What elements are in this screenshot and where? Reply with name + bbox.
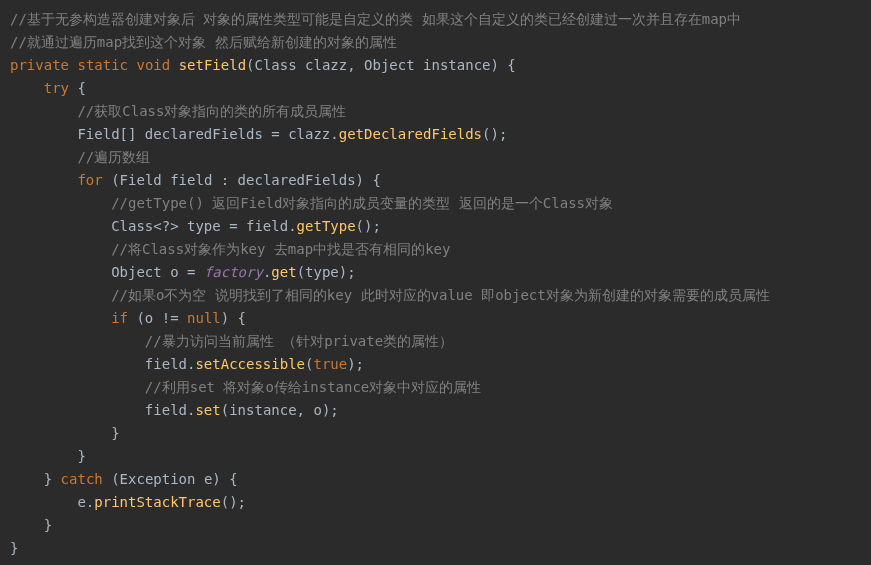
code-line: //获取Class对象指向的类的所有成员属性 — [10, 103, 346, 119]
code-line: try { — [10, 80, 86, 96]
code-line: Class<?> type = field.getType(); — [10, 218, 381, 234]
keyword-static: static — [77, 57, 128, 73]
code-line: //如果o不为空 说明找到了相同的key 此时对应的value 即object对… — [10, 287, 770, 303]
keyword-true: true — [313, 356, 347, 372]
keyword-null: null — [187, 310, 221, 326]
code-text: { — [69, 80, 86, 96]
code-text: (Field field : declaredFields) { — [103, 172, 381, 188]
code-line: //遍历数组 — [10, 149, 150, 165]
code-text: e. — [77, 494, 94, 510]
method-call: setAccessible — [195, 356, 305, 372]
code-line: //基于无参构造器创建对象后 对象的属性类型可能是自定义的类 如果这个自定义的类… — [10, 11, 741, 27]
code-text: ); — [347, 356, 364, 372]
comment: //遍历数组 — [77, 149, 150, 165]
code-text: } — [77, 448, 85, 464]
comment: //暴力访问当前属性 （针对private类的属性） — [145, 333, 453, 349]
code-text: ) { — [221, 310, 246, 326]
code-text: (); — [356, 218, 381, 234]
field-ref: factory — [204, 264, 263, 280]
code-text: Class<?> type = field. — [111, 218, 296, 234]
keyword-private: private — [10, 57, 69, 73]
code-text: (Class clazz, Object instance) { — [246, 57, 516, 73]
code-text: } — [111, 425, 119, 441]
code-line: } — [10, 540, 18, 556]
keyword-catch: catch — [61, 471, 103, 487]
code-text: field. — [145, 402, 196, 418]
code-line: field.set(instance, o); — [10, 402, 339, 418]
keyword-try: try — [44, 80, 69, 96]
method-call: getType — [297, 218, 356, 234]
code-line: //就通过遍历map找到这个对象 然后赋给新创建的对象的属性 — [10, 34, 397, 50]
method-call: set — [195, 402, 220, 418]
code-text: (type); — [297, 264, 356, 280]
code-text: Field[] declaredFields = clazz. — [77, 126, 338, 142]
code-text: (Exception e) { — [103, 471, 238, 487]
comment: //getType() 返回Field对象指向的成员变量的类型 返回的是一个Cl… — [111, 195, 613, 211]
comment: //如果o不为空 说明找到了相同的key 此时对应的value 即object对… — [111, 287, 770, 303]
keyword-if: if — [111, 310, 128, 326]
code-editor[interactable]: //基于无参构造器创建对象后 对象的属性类型可能是自定义的类 如果这个自定义的类… — [0, 0, 871, 565]
code-text: Object o = — [111, 264, 204, 280]
comment: //获取Class对象指向的类的所有成员属性 — [77, 103, 346, 119]
code-text: (instance, o); — [221, 402, 339, 418]
comment: //将Class对象作为key 去map中找是否有相同的key — [111, 241, 450, 257]
comment: //利用set 将对象o传给instance对象中对应的属性 — [145, 379, 481, 395]
code-line: private static void setField(Class clazz… — [10, 57, 516, 73]
code-line: } — [10, 448, 86, 464]
code-text: } — [10, 540, 18, 556]
method-call: printStackTrace — [94, 494, 220, 510]
code-text: (); — [221, 494, 246, 510]
keyword-void: void — [136, 57, 170, 73]
code-line: } — [10, 517, 52, 533]
keyword-for: for — [77, 172, 102, 188]
code-line: //getType() 返回Field对象指向的成员变量的类型 返回的是一个Cl… — [10, 195, 613, 211]
comment: //基于无参构造器创建对象后 对象的属性类型可能是自定义的类 如果这个自定义的类… — [10, 11, 741, 27]
code-line: } — [10, 425, 120, 441]
code-line: Field[] declaredFields = clazz.getDeclar… — [10, 126, 507, 142]
comment: //就通过遍历map找到这个对象 然后赋给新创建的对象的属性 — [10, 34, 397, 50]
method-call: getDeclaredFields — [339, 126, 482, 142]
code-line: field.setAccessible(true); — [10, 356, 364, 372]
method-call: get — [271, 264, 296, 280]
method-name: setField — [179, 57, 246, 73]
code-line: //将Class对象作为key 去map中找是否有相同的key — [10, 241, 450, 257]
code-text: (); — [482, 126, 507, 142]
code-line: //暴力访问当前属性 （针对private类的属性） — [10, 333, 453, 349]
code-line: //利用set 将对象o传给instance对象中对应的属性 — [10, 379, 481, 395]
code-line: } catch (Exception e) { — [10, 471, 238, 487]
code-line: Object o = factory.get(type); — [10, 264, 356, 280]
code-text: (o != — [128, 310, 187, 326]
code-text: field. — [145, 356, 196, 372]
code-text: } — [44, 517, 52, 533]
code-text: } — [44, 471, 52, 487]
code-line: if (o != null) { — [10, 310, 246, 326]
code-line: e.printStackTrace(); — [10, 494, 246, 510]
code-line: for (Field field : declaredFields) { — [10, 172, 381, 188]
